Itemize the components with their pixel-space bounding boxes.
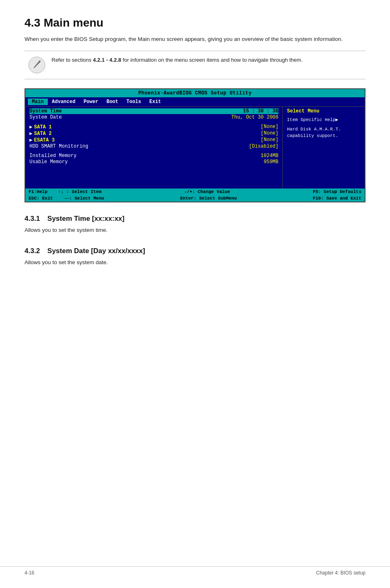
bios-menu-main[interactable]: Main	[28, 99, 48, 105]
page-intro: When you enter the BIOS Setup program, t…	[25, 35, 365, 43]
section-431-num: 4.3.1	[25, 215, 40, 223]
bios-hdd-smart-value: [Disabled]	[249, 144, 278, 149]
bios-sata1-row[interactable]: ▶SATA 1 [None]	[29, 124, 278, 130]
bios-hdd-smart-row[interactable]: HDD SMART Monitoring [Disabled]	[29, 144, 278, 149]
note-text: Refer to sections 4.2.1 - 4.2.8 for info…	[52, 56, 303, 65]
footer-page-num: 4-16	[25, 570, 34, 576]
section-432-heading: 4.3.2 System Date [Day xx/xx/xxxx]	[25, 247, 365, 255]
bios-installed-memory-label: Installed Memory	[29, 153, 76, 159]
bios-body: System Time 15 : 30 : 36 System Date Thu…	[25, 107, 365, 189]
bios-system-date-label: System Date	[29, 114, 62, 120]
bios-system-time-value: 15 : 30 : 36	[243, 108, 278, 114]
section-432-num: 4.3.2	[25, 247, 40, 255]
section-431-text: Allows you to set the system time.	[25, 226, 365, 234]
bios-hdd-text: Hard Disk A.M.A.R.T. capability support.	[287, 126, 361, 139]
bios-system-date-row[interactable]: System Date Thu, Oct 30 2008	[29, 114, 278, 120]
bios-menu-advanced[interactable]: Advanced	[48, 99, 80, 105]
bios-title-bar: Phoenix-AwardBIOS CMOS Setup Utility	[25, 89, 365, 97]
bios-screen: Phoenix-AwardBIOS CMOS Setup Utility Mai…	[25, 88, 365, 202]
bios-menu-exit[interactable]: Exit	[145, 99, 165, 105]
section-432-title: System Date [Day xx/xx/xxxx]	[47, 247, 145, 255]
page-title: 4.3 Main menu	[25, 16, 365, 29]
bios-left-panel: System Time 15 : 30 : 36 System Date Thu…	[25, 107, 283, 189]
bios-footer-f1: F1:Help ↑↓ : Select Item	[29, 189, 101, 194]
bios-footer-f10: F10: Save and Exit	[313, 196, 361, 201]
bios-usable-memory-label: Usable Memory	[29, 159, 68, 165]
bios-footer-f5: F5: Setup Defaults	[313, 189, 361, 194]
note-icon	[28, 56, 46, 74]
bios-menu-tools[interactable]: Tools	[122, 99, 145, 105]
bios-hdd-smart-label: HDD SMART Monitoring	[29, 144, 88, 149]
bios-installed-memory-value: 1024MB	[261, 153, 278, 159]
bios-esata3-row[interactable]: ▶ESATA 3 [None]	[29, 137, 278, 143]
bios-system-time-label: System Time	[29, 108, 62, 114]
bios-sata2-value: [None]	[261, 130, 278, 137]
bios-menu-boot[interactable]: Boot	[102, 99, 122, 105]
bios-footer: F1:Help ↑↓ : Select Item -/+: Change Val…	[25, 189, 365, 195]
bios-footer-change: -/+: Change Value	[184, 189, 230, 194]
section-432-text: Allows you to set the system date.	[25, 258, 365, 267]
bios-right-panel: Select Menu Item Specific Help▶ Hard Dis…	[283, 107, 365, 189]
bios-esata3-value: [None]	[261, 137, 278, 143]
footer-chapter: Chapter 4: BIOS setup	[316, 570, 365, 576]
bios-menu-bar: Main Advanced Power Boot Tools Exit	[25, 97, 365, 107]
bios-footer-2: ESC: Exit →←: Select Menu Enter: Select …	[25, 195, 365, 202]
bios-usable-memory-value: 959MB	[264, 159, 278, 165]
bios-footer-esc: ESC: Exit →←: Select Menu	[29, 196, 104, 201]
note-box: Refer to sections 4.2.1 - 4.2.8 for info…	[25, 51, 365, 79]
bios-item-specific-help: Item Specific Help▶	[287, 117, 361, 123]
bios-system-time-row[interactable]: System Time 15 : 30 : 36	[29, 108, 278, 114]
bios-usable-memory-row: Usable Memory 959MB	[29, 159, 278, 165]
bios-system-date-value: Thu, Oct 30 2008	[231, 114, 278, 120]
bios-sata1-value: [None]	[261, 124, 278, 130]
bios-footer-enter: Enter: Select SubMenu	[180, 196, 237, 201]
bios-installed-memory-row: Installed Memory 1024MB	[29, 153, 278, 159]
bios-menu-power[interactable]: Power	[79, 99, 102, 105]
bios-sata2-row[interactable]: ▶SATA 2 [None]	[29, 130, 278, 137]
section-431-title: System Time [xx:xx:xx]	[47, 215, 125, 223]
page-footer: 4-16 Chapter 4: BIOS setup	[0, 566, 390, 576]
bios-select-menu: Select Menu	[287, 108, 361, 114]
section-431-heading: 4.3.1 System Time [xx:xx:xx]	[25, 215, 365, 223]
